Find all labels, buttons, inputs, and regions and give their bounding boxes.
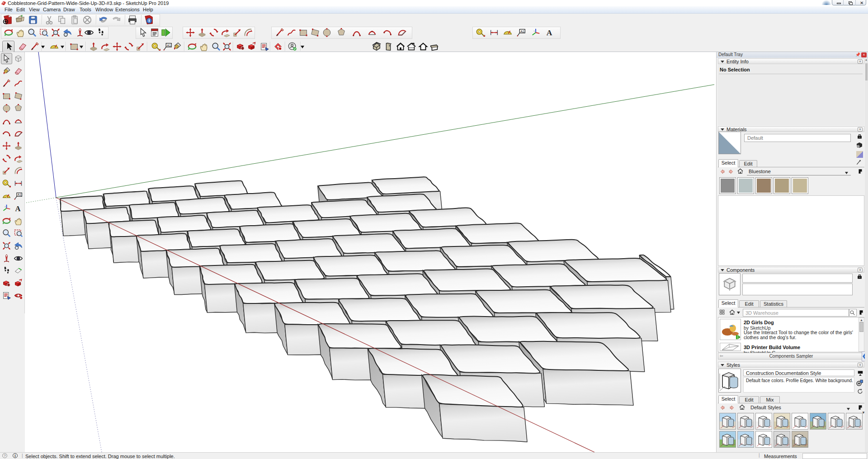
svg-text:A1: A1 <box>18 193 22 196</box>
svg-text:A: A <box>15 204 21 213</box>
svg-text:A1: A1 <box>167 43 171 47</box>
svg-text:A1: A1 <box>520 29 524 33</box>
svg-text:A: A <box>547 28 552 37</box>
